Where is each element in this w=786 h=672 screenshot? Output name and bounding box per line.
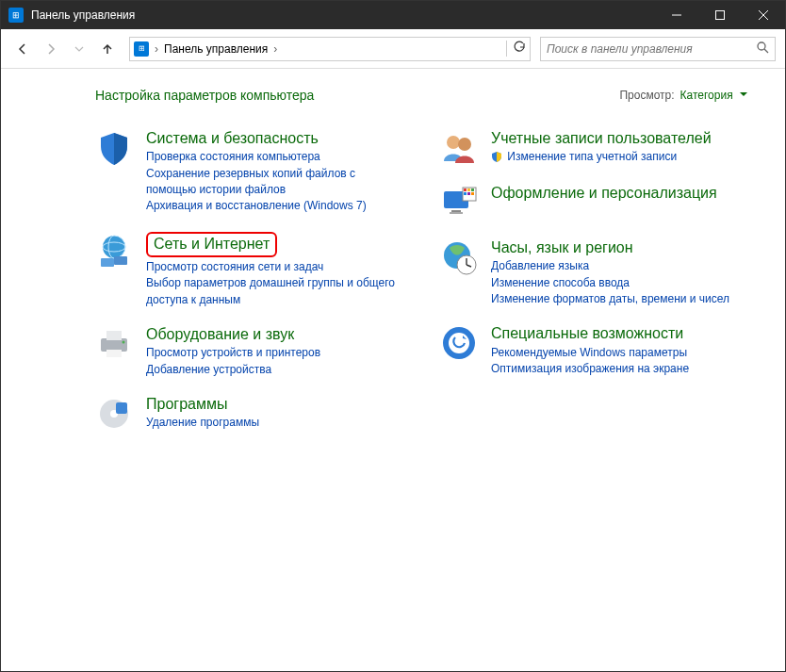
refresh-button[interactable]	[506, 41, 526, 57]
view-label: Просмотр:	[619, 89, 674, 102]
svg-point-18	[458, 138, 471, 151]
view-mode-text: Категория	[680, 89, 733, 102]
category-user-accounts[interactable]: Учетные записи пользователей	[491, 129, 712, 147]
recent-button[interactable]	[67, 37, 91, 61]
printer-icon	[95, 325, 133, 363]
uac-shield-icon	[491, 151, 502, 162]
link-network-status[interactable]: Просмотр состояния сети и задач	[146, 259, 402, 275]
category-clock-language-region[interactable]: Часы, язык и регион	[491, 238, 633, 256]
forward-button[interactable]	[39, 37, 63, 61]
link-uninstall-program[interactable]: Удаление программы	[146, 415, 259, 431]
address-bar[interactable]: ⊞ › Панель управления ›	[129, 37, 531, 61]
page-title: Настройка параметров компьютера	[95, 88, 619, 103]
users-icon	[440, 129, 478, 167]
link-recommended-settings[interactable]: Рекомендуемые Windows параметры	[491, 345, 689, 361]
svg-rect-21	[450, 212, 463, 214]
link-optimize-display[interactable]: Оптимизация изображения на экране	[491, 361, 689, 377]
chevron-right-icon[interactable]: ›	[273, 42, 277, 56]
svg-rect-26	[464, 192, 467, 195]
svg-rect-12	[106, 350, 122, 357]
control-panel-icon: ⊞	[134, 41, 149, 57]
svg-rect-23	[464, 188, 467, 191]
link-homegroup[interactable]: Выбор параметров домашней группы и общег…	[146, 275, 402, 308]
svg-rect-24	[467, 188, 470, 191]
link-check-status[interactable]: Проверка состояния компьютера	[146, 149, 402, 165]
category-network-internet[interactable]: Сеть и Интернет	[146, 232, 277, 257]
svg-point-34	[449, 333, 469, 353]
back-button[interactable]	[10, 37, 35, 61]
link-change-formats[interactable]: Изменение форматов даты, времени и чисел	[491, 291, 729, 307]
link-devices-printers[interactable]: Просмотр устройств и принтеров	[146, 345, 320, 361]
svg-point-17	[447, 136, 460, 149]
control-panel-icon: ⊞	[8, 8, 24, 23]
shield-icon	[95, 129, 133, 167]
chevron-right-icon[interactable]: ›	[155, 42, 158, 56]
up-button[interactable]	[95, 37, 120, 61]
close-button[interactable]	[742, 1, 785, 29]
chevron-down-icon	[740, 92, 747, 100]
svg-rect-9	[114, 256, 127, 265]
svg-rect-11	[106, 331, 122, 340]
search-box[interactable]	[540, 37, 776, 61]
svg-rect-20	[451, 210, 461, 212]
breadcrumb-control-panel[interactable]: Панель управления	[164, 42, 268, 56]
category-ease-of-access[interactable]: Специальные возможности	[491, 324, 683, 342]
category-programs[interactable]: Программы	[146, 395, 227, 413]
svg-point-4	[758, 42, 765, 50]
svg-point-13	[123, 341, 125, 344]
svg-rect-16	[116, 402, 127, 414]
link-add-device[interactable]: Добавление устройства	[146, 362, 320, 378]
globe-network-icon	[95, 232, 133, 270]
search-input[interactable]	[547, 42, 750, 56]
maximize-button[interactable]	[698, 1, 742, 29]
svg-rect-8	[101, 258, 114, 267]
programs-disc-icon	[95, 395, 133, 433]
category-system-security[interactable]: Система и безопасность	[146, 129, 319, 147]
link-add-language[interactable]: Добавление языка	[491, 258, 729, 274]
view-mode-dropdown[interactable]: Категория	[680, 89, 747, 102]
minimize-button[interactable]	[655, 1, 698, 29]
window-title: Панель управления	[31, 8, 655, 22]
category-personalization[interactable]: Оформление и персонализация	[491, 184, 717, 202]
svg-rect-10	[101, 338, 127, 352]
clock-globe-icon	[440, 238, 478, 276]
link-change-input[interactable]: Изменение способа ввода	[491, 275, 729, 291]
svg-line-5	[764, 49, 768, 53]
monitor-personalization-icon	[440, 184, 478, 221]
category-hardware-sound[interactable]: Оборудование и звук	[146, 325, 294, 343]
svg-rect-27	[467, 192, 470, 195]
svg-rect-1	[716, 11, 725, 20]
link-change-account-type[interactable]: Изменение типа учетной записи	[491, 149, 712, 165]
search-icon[interactable]	[756, 41, 769, 57]
link-backup-restore[interactable]: Архивация и восстановление (Windows 7)	[146, 198, 402, 214]
link-file-history[interactable]: Сохранение резервных копий файлов с помо…	[146, 166, 402, 199]
ease-of-access-icon	[440, 324, 478, 362]
svg-rect-28	[471, 192, 474, 195]
svg-rect-25	[471, 188, 474, 191]
